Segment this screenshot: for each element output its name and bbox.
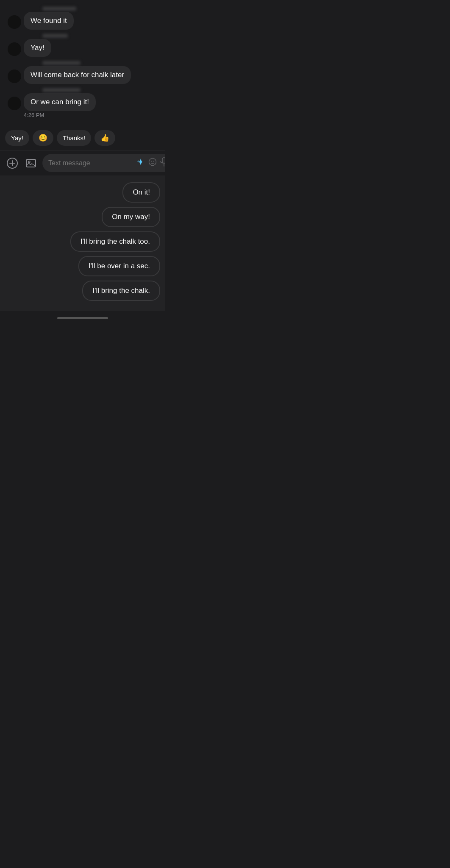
svg-rect-8	[162, 158, 165, 163]
sender-name-blur	[42, 61, 81, 65]
received-messages-section: We found it Yay!	[0, 0, 165, 126]
suggestion-emoji[interactable]: 😊	[33, 130, 53, 146]
message-row-4: Or we can bring it!	[5, 93, 160, 111]
smart-reply-on-my-way[interactable]: On my way!	[102, 207, 160, 227]
bubble-received-4: Or we can bring it!	[24, 93, 96, 111]
suggestion-thanks[interactable]: Thanks!	[57, 130, 91, 146]
svg-point-4	[28, 161, 30, 163]
smart-reply-section: On it! On my way! I'll bring the chalk t…	[0, 175, 165, 311]
smart-reply-over-in-sec[interactable]: I'll be over in a sec.	[78, 256, 160, 276]
sender-name-blur	[42, 7, 76, 11]
smart-reply-bring-chalk[interactable]: I'll bring the chalk.	[82, 281, 160, 301]
ai-reply-icon[interactable]	[136, 158, 145, 168]
gallery-button[interactable]	[24, 156, 38, 170]
chat-container: We found it Yay!	[0, 0, 165, 325]
mic-icon[interactable]	[160, 157, 165, 169]
sender-name-blur	[42, 88, 81, 92]
message-row-2: Yay!	[5, 39, 160, 57]
svg-rect-3	[26, 159, 36, 167]
message-row-3: Will come back for chalk later	[5, 66, 160, 84]
suggestions-row: Yay! 😊 Thanks! 👍	[0, 126, 165, 150]
text-input-wrap	[42, 154, 165, 172]
message-group-3: Will come back for chalk later	[5, 61, 160, 84]
smart-reply-on-it[interactable]: On it!	[122, 182, 160, 203]
sender-name-blur	[42, 34, 68, 38]
home-bar	[57, 317, 108, 319]
avatar-col	[5, 70, 24, 84]
svg-point-5	[149, 159, 156, 166]
avatar-col	[5, 15, 24, 30]
message-timestamp: 4:26 PM	[24, 112, 160, 118]
smart-reply-bring-chalk-too[interactable]: I'll bring the chalk too.	[70, 231, 160, 252]
avatar	[8, 70, 21, 83]
avatar-col	[5, 97, 24, 111]
bubble-received-3: Will come back for chalk later	[24, 66, 131, 84]
avatar	[8, 42, 21, 56]
svg-point-6	[151, 161, 152, 162]
input-bar	[0, 150, 165, 175]
avatar-col	[5, 42, 24, 57]
suggestion-thumbsup[interactable]: 👍	[94, 130, 115, 146]
bubble-received-1: We found it	[24, 12, 74, 30]
message-group-2: Yay!	[5, 34, 160, 57]
emoji-icon[interactable]	[148, 158, 157, 168]
home-indicator	[0, 311, 165, 325]
avatar	[8, 15, 21, 29]
svg-point-7	[153, 161, 154, 162]
avatar	[8, 97, 21, 110]
text-message-input[interactable]	[48, 159, 133, 167]
add-button[interactable]	[5, 156, 19, 170]
bubble-received-2: Yay!	[24, 39, 51, 57]
message-group-4: Or we can bring it! 4:26 PM	[5, 88, 160, 118]
suggestion-yay[interactable]: Yay!	[5, 130, 29, 146]
message-row-1: We found it	[5, 12, 160, 30]
message-group-1: We found it	[5, 7, 160, 30]
